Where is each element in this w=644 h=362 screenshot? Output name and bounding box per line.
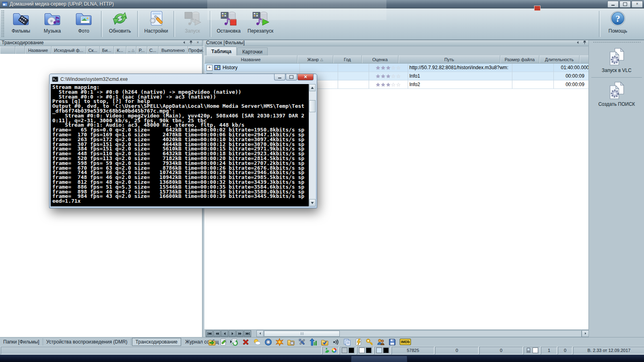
- rating-star-icon[interactable]: ★: [381, 74, 386, 79]
- recycle-item-icon[interactable]: [231, 338, 238, 346]
- transcoding-column-header-6[interactable]: К...: [114, 46, 126, 54]
- transcoding-column-header-8[interactable]: Р...: [136, 46, 147, 54]
- gear-info-icon[interactable]: [264, 338, 272, 346]
- tools-icon[interactable]: [298, 338, 306, 346]
- tab-cards[interactable]: Карточки: [237, 47, 268, 56]
- imdb-icon[interactable]: IMDb: [400, 339, 411, 345]
- tab-dmr-devices[interactable]: Устройства воспроизведения (DMR): [43, 338, 131, 346]
- nav-last-button[interactable]: [244, 330, 251, 337]
- expand-button[interactable]: +: [206, 65, 213, 71]
- panel-pin-icon[interactable]: [582, 40, 587, 45]
- rating-star-icon[interactable]: ☆: [391, 74, 396, 79]
- tab-transcoding[interactable]: Транскодирование: [132, 338, 181, 346]
- movie-column-header-4[interactable]: Путь: [398, 56, 500, 63]
- scrollbar-track[interactable]: [264, 330, 582, 337]
- rating-star-icon[interactable]: ★: [386, 65, 391, 70]
- transcoding-column-header-7[interactable]: ..△: [126, 46, 136, 54]
- toolbar-button-refresh[interactable]: Обновить: [104, 8, 136, 39]
- copy-list-icon[interactable]: [343, 338, 351, 346]
- users-icon[interactable]: [377, 338, 385, 346]
- toolbar-button-settings[interactable]: Настройки: [140, 8, 172, 39]
- toolbar-grip[interactable]: [1, 10, 4, 38]
- palette-icon[interactable]: [331, 348, 337, 353]
- nav-prev-button[interactable]: [221, 330, 228, 337]
- scroll-down-arrow[interactable]: [309, 199, 316, 206]
- rating-star-icon[interactable]: ★: [381, 82, 386, 87]
- run-in-vlc-button[interactable]: Запуск в VLC: [589, 45, 644, 76]
- tab-folders-films[interactable]: Папки [Фильмы]: [0, 338, 43, 346]
- nav-first-button[interactable]: [206, 330, 213, 337]
- color-swatch-pair-2[interactable]: [357, 347, 374, 354]
- doc-flash-icon[interactable]: [355, 338, 362, 346]
- chart-up-icon[interactable]: [310, 338, 317, 346]
- restore-button[interactable]: [619, 1, 631, 8]
- scroll-up-arrow[interactable]: [309, 84, 316, 91]
- toolbar-button-restart[interactable]: Перезапуск: [244, 8, 277, 39]
- cmd-minimize-button[interactable]: [274, 74, 285, 80]
- key-icon[interactable]: [366, 338, 374, 346]
- folder-gear-icon[interactable]: [287, 338, 295, 346]
- create-search-button[interactable]: Создать ПОИСК: [589, 78, 644, 110]
- rating-star-icon[interactable]: ★: [386, 82, 391, 87]
- rating-star-icon[interactable]: ★: [376, 82, 381, 87]
- scroll-right-arrow[interactable]: [582, 330, 589, 337]
- rating-star-icon[interactable]: ☆: [396, 65, 401, 70]
- toolbar-button-photo[interactable]: Фото: [68, 8, 99, 39]
- edit-item-icon[interactable]: [219, 338, 227, 346]
- delete-icon[interactable]: [242, 338, 250, 346]
- cmd-window[interactable]: C:\Windows\system32\cmd.exe ✕ Stream map…: [49, 74, 317, 208]
- panel-pin-icon[interactable]: [188, 40, 194, 45]
- toolbar-button-stop[interactable]: Остановка: [213, 8, 244, 39]
- minimize-button[interactable]: [607, 1, 619, 8]
- panel-scroll-left-icon[interactable]: [575, 40, 580, 45]
- cmd-maximize-button[interactable]: [286, 74, 297, 80]
- rating-star-icon[interactable]: ★: [376, 65, 381, 70]
- save-icon[interactable]: [388, 338, 396, 346]
- transcoding-column-header-0[interactable]: [0, 46, 15, 54]
- console-scrollbar-thumb[interactable]: [309, 100, 316, 112]
- movie-column-header-0[interactable]: Название: [204, 56, 297, 63]
- nav-rewind-button[interactable]: [213, 330, 221, 337]
- rating-star-icon[interactable]: ☆: [391, 65, 396, 70]
- rating-star-icon[interactable]: ☆: [391, 82, 396, 87]
- sidebar-grip[interactable]: [593, 40, 640, 43]
- nav-next-button[interactable]: [229, 330, 236, 337]
- console-scrollbar[interactable]: [309, 84, 316, 206]
- close-button[interactable]: ×: [632, 1, 643, 8]
- panel-scroll-left-icon[interactable]: [182, 40, 187, 45]
- folder-check-icon[interactable]: [321, 338, 328, 346]
- transcoding-column-header-10[interactable]: Выполнено: [159, 46, 188, 54]
- taskbar-button[interactable]: [351, 356, 407, 362]
- folder-import-icon[interactable]: [208, 338, 216, 346]
- transcoding-column-header-3[interactable]: Исходный ф...: [52, 46, 86, 54]
- movie-column-header-1[interactable]: Жанр△: [297, 56, 333, 63]
- movie-column-header-3[interactable]: Оценка: [362, 56, 398, 63]
- rating-star-icon[interactable]: ★: [376, 74, 381, 79]
- toolbar-button-help[interactable]: ? Помощь: [602, 8, 634, 39]
- movie-column-header-6[interactable]: Длительность: [539, 56, 580, 63]
- tab-table[interactable]: Таблица: [206, 47, 237, 56]
- movie-column-header-5[interactable]: Размер файла: [500, 56, 539, 63]
- rating-star-icon[interactable]: ☆: [396, 82, 401, 87]
- toolbar-button-music[interactable]: Музыка: [37, 8, 68, 39]
- color-swatch-pair-3[interactable]: [374, 347, 391, 354]
- scroll-left-arrow[interactable]: [256, 330, 264, 337]
- transcoding-column-header-1[interactable]: [15, 46, 25, 54]
- color-swatch-pair-1[interactable]: [340, 347, 356, 354]
- weather-icon[interactable]: [253, 338, 261, 346]
- movie-column-header-2[interactable]: Год: [333, 56, 362, 63]
- nav-forward-button[interactable]: [236, 330, 244, 337]
- transcoding-column-header-4[interactable]: Ск...: [86, 46, 100, 54]
- table-row-1[interactable]: +History★★★☆☆http://50.7.92.82:8081/hist…: [204, 64, 589, 72]
- os-taskbar[interactable]: [0, 355, 644, 362]
- horizontal-scrollbar[interactable]: [256, 331, 589, 337]
- panel-close-icon[interactable]: ×: [195, 40, 200, 45]
- rating-star-icon[interactable]: ★: [381, 65, 386, 70]
- console-area[interactable]: Stream mapping: Stream #0:1 -> #0:0 (h26…: [51, 84, 316, 206]
- rating-star-icon[interactable]: ☆: [396, 74, 401, 79]
- toolbar-button-films[interactable]: Фильмы: [5, 8, 37, 39]
- cmd-close-button[interactable]: ✕: [297, 74, 314, 80]
- transcoding-column-header-9[interactable]: С...: [147, 46, 159, 54]
- transcoding-column-header-5[interactable]: Би...: [100, 46, 114, 54]
- cmd-title-bar[interactable]: C:\Windows\system32\cmd.exe ✕: [50, 74, 317, 84]
